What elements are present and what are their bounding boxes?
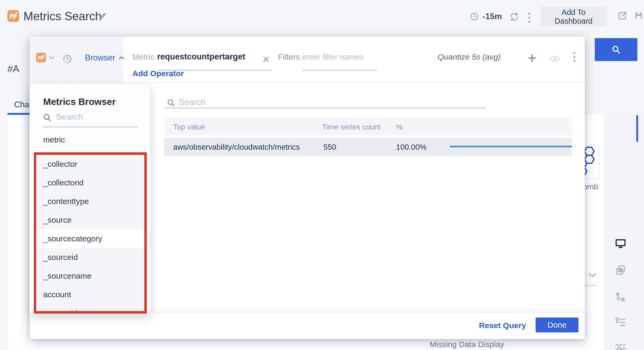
query-row: Browser Metric requestcountpertarget Fil…: [30, 36, 585, 83]
modal-footer: Reset Query Done: [30, 313, 585, 339]
cell-percent: 100.00%: [396, 143, 427, 152]
legend-list-icon[interactable]: [615, 316, 626, 328]
percent-bar: [450, 146, 572, 147]
query-history-button[interactable]: [58, 36, 77, 82]
metrics-app-icon: [7, 10, 19, 22]
list-item[interactable]: _source: [36, 211, 144, 229]
metrics-type-icon: [36, 53, 46, 62]
run-search-button[interactable]: [595, 38, 637, 61]
threshold-line-icon[interactable]: [615, 341, 626, 350]
table-header-row: Top value Time series count %: [164, 118, 572, 135]
browser-toggle-label: Browser: [85, 53, 115, 63]
table-search-input[interactable]: Search: [179, 97, 206, 107]
kebab-icon[interactable]: [528, 13, 530, 23]
query-type-selector[interactable]: [30, 36, 58, 82]
missing-data-display-label: Missing Data Display: [430, 340, 504, 349]
list-item[interactable]: _collector: [36, 155, 144, 173]
list-item[interactable]: account: [36, 285, 144, 304]
metric-input[interactable]: requestcountpertarget: [157, 52, 245, 62]
metric-field-label: Metric: [132, 52, 154, 62]
chevron-down-icon[interactable]: [588, 272, 597, 279]
browser-toggle[interactable]: Browser: [77, 36, 124, 82]
add-to-dashboard-button[interactable]: Add To Dashboard: [541, 7, 606, 27]
query-row-label: #A: [7, 63, 19, 75]
list-item-clipped[interactable]: accountid: [36, 304, 144, 311]
search-icon: [42, 112, 52, 123]
metadata-key-list: _collector _collectorid _contenttype _so…: [36, 155, 144, 311]
metrics-browser-search-underline: [43, 127, 138, 127]
clear-x-icon[interactable]: [262, 56, 270, 63]
cell-time-series-count: 550: [323, 143, 336, 152]
edit-pencil-icon[interactable]: [97, 12, 107, 21]
search-icon: [166, 98, 176, 108]
history-icon: [62, 54, 73, 64]
eye-icon[interactable]: [549, 55, 560, 63]
list-item[interactable]: _collectorid: [36, 173, 144, 192]
metrics-browser-panel: Metrics Browser Search metric _collector…: [30, 85, 150, 313]
filters-input[interactable]: enter filter names: [302, 52, 364, 62]
metrics-browser-search-input[interactable]: Search: [56, 112, 83, 122]
list-item[interactable]: _sourcename: [36, 267, 144, 285]
table-search-underline: [164, 108, 485, 108]
layers-icon[interactable]: [615, 264, 626, 276]
search-icon: [611, 44, 621, 55]
cell-top-value: aws/observability/cloudwatch/metrics: [173, 143, 300, 152]
query-type-cells: Browser: [30, 36, 124, 82]
share-icon[interactable]: [617, 11, 627, 21]
clock-icon: [470, 12, 479, 21]
metrics-browser-title: Metrics Browser: [43, 96, 116, 107]
list-item[interactable]: _contenttype: [36, 192, 144, 211]
column-header-time-series-count[interactable]: Time series count: [322, 123, 381, 131]
refresh-icon[interactable]: [509, 12, 519, 22]
axes-icon[interactable]: [615, 290, 626, 302]
quantize-label[interactable]: Quantize 5s (avg): [438, 52, 501, 62]
time-range-control[interactable]: -15m: [470, 12, 502, 21]
display-icon[interactable]: [615, 238, 626, 249]
save-icon[interactable]: [634, 11, 643, 20]
column-header-top-value[interactable]: Top value: [173, 123, 205, 131]
add-operator-link[interactable]: Add Operator: [132, 69, 184, 78]
chevron-up-icon: [118, 56, 125, 60]
panel-type-sidebar: [604, 115, 644, 350]
done-button[interactable]: Done: [536, 318, 578, 332]
list-item-selected[interactable]: _sourcecategory: [36, 229, 144, 248]
column-header-percent[interactable]: %: [396, 123, 403, 131]
table-row[interactable]: aws/observability/cloudwatch/metrics 550…: [164, 138, 572, 156]
chevron-down-icon: [48, 56, 55, 60]
list-item-metric[interactable]: metric: [43, 135, 65, 147]
kebab-icon[interactable]: [573, 52, 575, 62]
time-range-value: -15m: [483, 12, 502, 21]
filters-input-underline: [302, 70, 377, 71]
list-item[interactable]: _sourceid: [36, 248, 144, 267]
filters-field-label: Filters: [278, 52, 300, 62]
reset-query-link[interactable]: Reset Query: [479, 321, 526, 330]
plus-icon[interactable]: [528, 54, 537, 63]
page-title: Metrics Search: [23, 10, 101, 23]
sidebar-active-indicator: [636, 115, 638, 142]
